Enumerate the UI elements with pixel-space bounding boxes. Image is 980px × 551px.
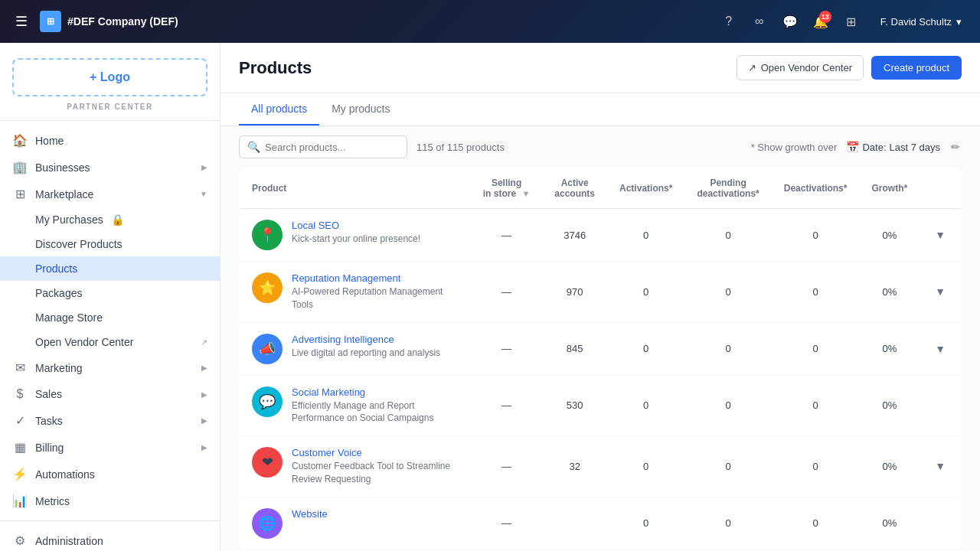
deactivations-reputation-management: 0 <box>772 262 860 323</box>
apps-button[interactable]: ⊞ <box>838 8 865 35</box>
sidebar-item-billing[interactable]: ▦ Billing ▶ <box>0 434 220 461</box>
sidebar-bottom: ⚙ Administration <box>0 520 220 551</box>
edit-date-button[interactable]: ✏ <box>949 139 962 155</box>
sidebar-item-automations[interactable]: ⚡ Automations <box>0 461 220 487</box>
product-cell-social-marketing: 💬 Social Marketing Efficiently Manage an… <box>240 375 471 436</box>
expand-advertising-intelligence[interactable]: ▼ <box>920 322 961 375</box>
date-value: Last 7 days <box>890 142 941 153</box>
activations-website: 0 <box>607 497 684 549</box>
product-name-social-marketing[interactable]: Social Marketing <box>292 386 459 398</box>
product-name-local-seo[interactable]: Local SEO <box>292 220 420 231</box>
product-desc-customer-voice: Customer Feedback Tool to Streamline Rev… <box>292 460 459 486</box>
discover-products-label: Discover Products <box>35 238 122 250</box>
sidebar-item-administration[interactable]: ⚙ Administration <box>0 527 220 551</box>
open-vendor-label: Open Vendor Center <box>761 62 852 73</box>
col-growth: Growth* <box>859 168 920 209</box>
sidebar-item-discover-products[interactable]: Discover Products <box>0 232 220 256</box>
product-name-advertising-intelligence[interactable]: Advertising Intelligence <box>292 334 440 345</box>
sidebar-item-open-vendor-center[interactable]: Open Vendor Center ↗ <box>0 330 220 354</box>
sidebar-item-marketplace[interactable]: ⊞ Marketplace ▼ <box>0 181 220 207</box>
sidebar-item-sales[interactable]: $ Sales ▶ <box>0 381 220 407</box>
sidebar-marketplace-label: Marketplace <box>35 188 93 201</box>
products-label: Products <box>35 262 77 275</box>
logo-box[interactable]: + Logo <box>12 58 207 96</box>
logo-icon: ⊞ <box>40 11 61 32</box>
header-actions: ↗ Open Vendor Center Create product <box>737 55 962 80</box>
sidebar-item-my-purchases[interactable]: My Purchases 🔒 <box>0 207 220 232</box>
product-desc-reputation-management: AI-Powered Reputation Management Tools <box>292 285 459 311</box>
content-header: Products ↗ Open Vendor Center Create pro… <box>220 43 980 93</box>
date-filter[interactable]: 📅 Date: Last 7 days <box>846 141 940 153</box>
sidebar: + Logo PARTNER CENTER 🏠 Home 🏢 Businesse… <box>0 43 220 551</box>
expand-local-seo[interactable]: ▼ <box>920 209 961 262</box>
sidebar-item-marketing[interactable]: ✉ Marketing ▶ <box>0 354 220 381</box>
activations-local-seo: 0 <box>607 209 684 262</box>
sidebar-nav: 🏠 Home 🏢 Businesses ▶ ⊞ Marketplace ▼ My… <box>0 121 220 520</box>
logo-label: + Logo <box>90 70 130 84</box>
businesses-icon: 🏢 <box>12 160 28 174</box>
growth-advertising-intelligence: 0% <box>859 322 920 375</box>
pending-reputation-management: 0 <box>684 262 771 323</box>
product-info-advertising-intelligence: Advertising Intelligence Live digital ad… <box>292 334 440 360</box>
expand-button-advertising-intelligence[interactable]: ▼ <box>932 340 949 358</box>
hamburger-button[interactable]: ☰ <box>12 10 31 33</box>
product-name-website[interactable]: Website <box>292 508 328 520</box>
create-product-label: Create product <box>884 62 949 73</box>
user-name: F. David Schultz <box>880 16 952 28</box>
create-product-button[interactable]: Create product <box>871 56 962 80</box>
active-accounts-local-seo: 3746 <box>542 209 607 262</box>
logo-area: + Logo PARTNER CENTER <box>0 43 220 121</box>
growth-customer-voice: 0% <box>859 436 920 497</box>
expand-button-local-seo[interactable]: ▼ <box>932 226 949 244</box>
expand-button-customer-voice[interactable]: ▼ <box>932 457 949 475</box>
tasks-chevron-icon: ▶ <box>201 416 207 425</box>
company-name: #DEF Company (DEF) <box>67 15 178 28</box>
date-label: Date: <box>862 142 886 153</box>
sidebar-item-businesses[interactable]: 🏢 Businesses ▶ <box>0 154 220 181</box>
product-cell-reputation-management: ⭐ Reputation Management AI-Powered Reput… <box>240 262 471 323</box>
pending-customer-voice: 0 <box>684 436 771 497</box>
chat-button[interactable]: 💬 <box>776 8 804 35</box>
apps-icon: ⊞ <box>846 15 856 29</box>
sidebar-businesses-label: Businesses <box>35 161 90 174</box>
user-menu-button[interactable]: F. David Schultz ▾ <box>874 13 968 31</box>
active-accounts-advertising-intelligence: 845 <box>542 322 607 375</box>
sidebar-item-tasks[interactable]: ✓ Tasks ▶ <box>0 407 220 434</box>
tab-all-products[interactable]: All products <box>239 93 319 126</box>
col-deactivations: Deactivations* <box>772 168 860 209</box>
sidebar-automations-label: Automations <box>35 468 95 481</box>
notification-button[interactable]: 🔔 13 <box>807 8 835 35</box>
sidebar-item-home[interactable]: 🏠 Home <box>0 127 220 154</box>
expand-customer-voice[interactable]: ▼ <box>920 436 961 497</box>
help-button[interactable]: ? <box>715 8 743 35</box>
sort-icon: ▼ <box>521 189 530 198</box>
sidebar-item-metrics[interactable]: 📊 Metrics <box>0 487 220 514</box>
sidebar-item-products[interactable]: Products <box>0 256 220 281</box>
open-vendor-center-label: Open Vendor Center <box>35 336 133 348</box>
search-input[interactable] <box>265 142 399 153</box>
product-name-reputation-management[interactable]: Reputation Management <box>292 272 459 284</box>
product-name-customer-voice[interactable]: Customer Voice <box>292 447 459 458</box>
expand-reputation-management[interactable]: ▼ <box>920 262 961 323</box>
sidebar-home-label: Home <box>35 135 64 147</box>
deactivations-social-marketing: 0 <box>772 375 860 436</box>
active-accounts-website <box>542 497 607 549</box>
selling-advertising-intelligence: — <box>471 322 543 375</box>
selling-local-seo: — <box>471 209 543 262</box>
link-button[interactable]: ∞ <box>746 8 773 35</box>
product-info-social-marketing: Social Marketing Efficiently Manage and … <box>292 386 459 425</box>
product-icon-customer-voice: ❤ <box>252 447 283 478</box>
tab-my-products[interactable]: My products <box>319 93 402 126</box>
sidebar-item-manage-store[interactable]: Manage Store <box>0 305 220 330</box>
external-link-icon: ↗ <box>201 337 207 347</box>
open-vendor-button[interactable]: ↗ Open Vendor Center <box>737 55 864 80</box>
deactivations-customer-voice: 0 <box>772 436 860 497</box>
selling-social-marketing: — <box>471 375 543 436</box>
deactivations-website: 0 <box>772 497 860 549</box>
expand-button-reputation-management[interactable]: ▼ <box>932 282 949 301</box>
product-cell-local-seo: 📍 Local SEO Kick-start your online prese… <box>240 209 471 262</box>
marketplace-icon: ⊞ <box>12 187 28 201</box>
sidebar-item-packages[interactable]: Packages <box>0 281 220 305</box>
packages-label: Packages <box>35 287 82 299</box>
tasks-icon: ✓ <box>12 413 28 428</box>
